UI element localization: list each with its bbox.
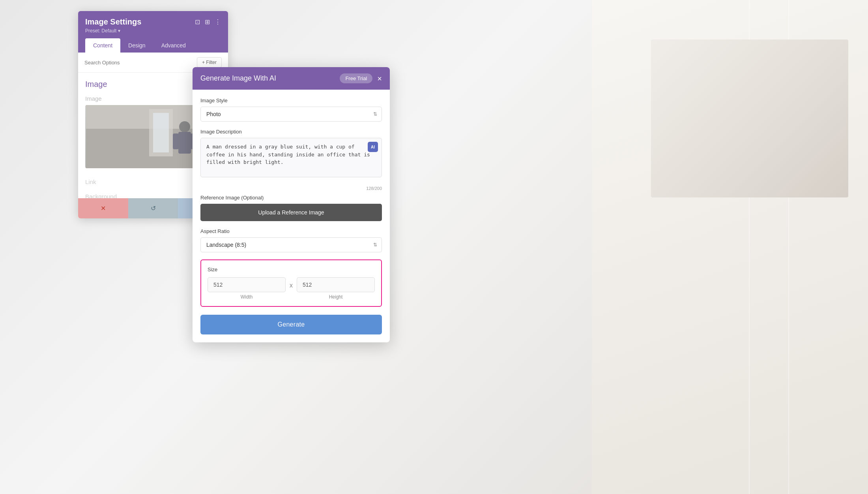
close-toolbar-button[interactable]: ✕ <box>78 198 128 218</box>
ai-dialog-header: Generate Image With AI Free Trial × <box>193 67 390 90</box>
tab-content[interactable]: Content <box>85 38 120 53</box>
free-trial-badge: Free Trial <box>340 73 372 83</box>
undo-icon: ↺ <box>151 205 156 212</box>
size-label: Size <box>208 267 375 272</box>
settings-tabs: Content Design Advanced <box>85 38 221 53</box>
filter-button[interactable]: + Filter <box>197 57 222 68</box>
ai-dialog-body: Image Style Photo Illustration 3D Render… <box>193 90 390 342</box>
ai-badge-text: AI <box>371 145 375 149</box>
generate-button[interactable]: Generate <box>200 315 382 334</box>
ai-dialog-header-right: Free Trial × <box>340 73 382 83</box>
height-input[interactable] <box>297 277 375 292</box>
expand-icon[interactable]: ⊡ <box>195 18 200 26</box>
ai-dialog-title: Generate Image With AI <box>200 74 276 83</box>
tab-design[interactable]: Design <box>120 38 153 53</box>
height-sub-label: Height <box>297 294 375 300</box>
aspect-ratio-label: Aspect Ratio <box>200 228 382 234</box>
dialog-close-button[interactable]: × <box>377 75 382 83</box>
svg-rect-6 <box>173 133 179 149</box>
more-icon[interactable]: ⋮ <box>215 18 221 26</box>
image-style-select[interactable]: Photo Illustration 3D Render Painting <box>200 107 382 122</box>
ai-generate-dialog: Generate Image With AI Free Trial × Imag… <box>193 67 390 342</box>
image-description-textarea[interactable]: A man dressed in a gray blue suit, with … <box>200 138 382 177</box>
svg-rect-5 <box>178 132 191 154</box>
preset-label[interactable]: Preset: Default ▾ <box>85 28 221 34</box>
height-wrapper: Height <box>297 277 375 300</box>
columns-icon[interactable]: ⊞ <box>205 18 210 26</box>
settings-title-row: Image Settings ⊡ ⊞ ⋮ <box>85 17 221 26</box>
aspect-ratio-wrapper: Landscape (8:5) Portrait (5:8) Square (1… <box>200 237 382 252</box>
reference-image-label: Reference Image (Optional) <box>200 195 382 201</box>
settings-header: Image Settings ⊡ ⊞ ⋮ Preset: Default ▾ C… <box>78 11 228 53</box>
room-detail <box>651 39 848 197</box>
upload-reference-button[interactable]: Upload a Reference Image <box>200 204 382 221</box>
size-inputs: Width x Height <box>208 277 375 300</box>
settings-header-icons: ⊡ ⊞ ⋮ <box>195 18 221 26</box>
svg-point-4 <box>179 121 190 132</box>
aspect-ratio-select[interactable]: Landscape (8:5) Portrait (5:8) Square (1… <box>200 237 382 252</box>
width-wrapper: Width <box>208 277 286 300</box>
image-style-label: Image Style <box>200 98 382 103</box>
size-section: Size Width x Height <box>200 259 382 307</box>
x-divider: x <box>290 282 293 289</box>
right-background <box>592 0 868 494</box>
width-input[interactable] <box>208 277 286 292</box>
image-style-wrapper: Photo Illustration 3D Render Painting ⇅ <box>200 107 382 122</box>
char-count: 128/200 <box>200 186 382 191</box>
ai-badge-icon: AI <box>368 142 378 152</box>
image-description-label: Image Description <box>200 129 382 135</box>
svg-rect-3 <box>153 113 169 152</box>
close-icon: ✕ <box>101 205 106 212</box>
settings-title: Image Settings <box>85 17 141 26</box>
undo-button[interactable]: ↺ <box>128 198 178 218</box>
tab-advanced[interactable]: Advanced <box>153 38 194 53</box>
width-sub-label: Width <box>208 294 286 300</box>
description-wrapper: A man dressed in a gray blue suit, with … <box>200 138 382 179</box>
search-input[interactable] <box>84 60 194 66</box>
